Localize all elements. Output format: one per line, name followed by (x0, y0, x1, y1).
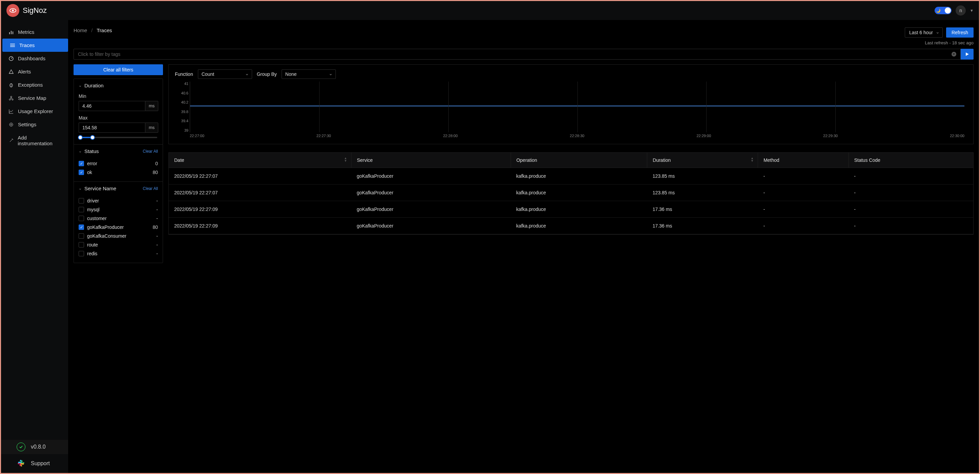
sidebar-item-label: Settings (18, 122, 36, 127)
section-title: Status (84, 148, 99, 154)
table-cell: goKafkaProducer (352, 218, 511, 234)
filter-checkbox-row[interactable]: ✓ok80 (79, 168, 158, 177)
sidebar: Metrics Traces Dashboards Alerts (1, 20, 68, 473)
checkbox-count: - (156, 242, 158, 247)
section-toggle-service[interactable]: ⌄ Service Name (79, 185, 116, 191)
sidebar-item-exceptions[interactable]: Exceptions (1, 78, 68, 91)
sidebar-item-support[interactable]: Support (1, 454, 68, 473)
svg-point-11 (9, 99, 11, 100)
x-tick: 22:29:30 (823, 134, 838, 139)
checkbox[interactable]: ✓ (79, 161, 84, 166)
checkbox[interactable]: ✓ (79, 225, 84, 230)
duration-min-input[interactable] (79, 101, 145, 111)
groupby-select[interactable]: None (282, 70, 336, 79)
sidebar-item-dashboards[interactable]: Dashboards (1, 52, 68, 65)
table-cell: goKafkaProducer (352, 168, 511, 184)
filter-checkbox-row[interactable]: redis- (79, 249, 158, 258)
checkbox[interactable] (79, 207, 84, 212)
clear-input-icon[interactable]: ✕ (951, 52, 956, 57)
gear-icon (8, 122, 14, 127)
clear-all-filters-button[interactable]: Clear all filters (73, 64, 163, 75)
sidebar-item-label: Exceptions (18, 82, 43, 88)
filter-checkbox-row[interactable]: ✓error0 (79, 159, 158, 168)
bug-icon (8, 82, 14, 87)
run-filter-button[interactable] (961, 49, 974, 60)
table-row[interactable]: 2022/05/19 22:27:09goKafkaProducerkafka.… (169, 218, 973, 234)
filter-section-service: ⌄ Service Name Clear All driver-mysql-cu… (74, 181, 163, 263)
sidebar-item-service-map[interactable]: Service Map (1, 91, 68, 105)
svg-point-15 (11, 124, 12, 125)
table-header[interactable]: Duration▲▼ (647, 153, 758, 168)
last-refresh-label: Last refresh - 18 sec ago (905, 40, 974, 45)
table-header[interactable]: Status Code (848, 153, 973, 168)
filter-checkbox-row[interactable]: customer- (79, 214, 158, 223)
duration-max-input[interactable] (79, 122, 145, 133)
table-header[interactable]: Service (352, 153, 511, 168)
table-row[interactable]: 2022/05/19 22:27:07goKafkaProducerkafka.… (169, 184, 973, 201)
table-row[interactable]: 2022/05/19 22:27:07goKafkaProducerkafka.… (169, 168, 973, 184)
filter-checkbox-row[interactable]: goKafkaConsumer- (79, 231, 158, 240)
table-cell: goKafkaProducer (352, 184, 511, 201)
section-toggle-status[interactable]: ⌄ Status (79, 148, 99, 154)
user-avatar[interactable]: n (956, 5, 966, 16)
checkbox[interactable] (79, 242, 84, 247)
table-cell: kafka.produce (511, 184, 647, 201)
svg-rect-6 (10, 45, 15, 46)
table-cell: goKafkaProducer (352, 201, 511, 218)
duration-slider[interactable] (79, 137, 157, 138)
filter-checkbox-row[interactable]: mysql- (79, 205, 158, 214)
unit-suffix: ms (145, 101, 158, 111)
breadcrumb: Home / Traces (73, 27, 112, 33)
checkbox[interactable]: ✓ (79, 170, 84, 175)
table-cell: - (848, 168, 973, 184)
checkbox[interactable] (79, 216, 84, 221)
sidebar-item-alerts[interactable]: Alerts (1, 65, 68, 78)
clear-status-link[interactable]: Clear All (143, 149, 158, 154)
checkbox[interactable] (79, 198, 84, 203)
section-toggle-duration[interactable]: ⌄ Duration (74, 79, 163, 92)
sidebar-item-traces[interactable]: Traces (2, 39, 68, 52)
svg-rect-3 (11, 31, 11, 34)
table-cell: 17.36 ms (647, 218, 758, 234)
svg-rect-18 (21, 460, 22, 463)
sort-icon[interactable]: ▲▼ (751, 157, 754, 162)
sidebar-item-label: Usage Explorer (18, 108, 53, 114)
sidebar-item-usage-explorer[interactable]: Usage Explorer (1, 105, 68, 118)
slider-handle-max[interactable] (90, 135, 95, 140)
sidebar-item-add-instrumentation[interactable]: Add instrumentation (1, 131, 68, 150)
tag-filter-input[interactable]: Click to filter by tags ✕ (73, 49, 961, 60)
table-header[interactable]: Operation (511, 153, 647, 168)
filter-checkbox-row[interactable]: driver- (79, 197, 158, 205)
sort-icon[interactable]: ▲▼ (344, 157, 347, 162)
time-range-select[interactable]: Last 6 hour (905, 27, 943, 38)
sidebar-item-settings[interactable]: Settings (1, 118, 68, 131)
version-indicator[interactable]: v0.8.0 (1, 440, 68, 454)
svg-rect-19 (21, 463, 24, 464)
x-tick: 22:28:30 (570, 134, 585, 139)
sidebar-item-metrics[interactable]: Metrics (1, 25, 68, 39)
checkbox-count: - (156, 251, 158, 256)
breadcrumb-home[interactable]: Home (73, 27, 87, 33)
table-cell: kafka.produce (511, 218, 647, 234)
filter-checkbox-row[interactable]: ✓goKafkaProducer80 (79, 223, 158, 231)
theme-toggle[interactable]: 🌙 (935, 7, 951, 14)
table-header[interactable]: Date▲▼ (169, 153, 352, 168)
user-menu-caret-icon[interactable]: ▼ (970, 8, 974, 13)
sidebar-item-label: Alerts (18, 69, 31, 75)
y-tick: 39.4 (175, 119, 188, 123)
table-row[interactable]: 2022/05/19 22:27:09goKafkaProducerkafka.… (169, 201, 973, 218)
slider-handle-min[interactable] (78, 135, 83, 140)
checkbox[interactable] (79, 251, 84, 256)
checkbox[interactable] (79, 233, 84, 239)
clear-service-link[interactable]: Clear All (143, 186, 158, 191)
table-cell: - (758, 218, 849, 234)
chevron-down-icon: ⌄ (79, 149, 82, 153)
filter-checkbox-row[interactable]: route- (79, 240, 158, 249)
checkbox-label: goKafkaConsumer (87, 233, 126, 239)
function-select[interactable]: Count (198, 70, 252, 79)
table-cell: - (848, 201, 973, 218)
table-header[interactable]: Method (758, 153, 849, 168)
refresh-button[interactable]: Refresh (946, 27, 974, 38)
section-title: Duration (84, 82, 104, 88)
x-tick: 22:30:00 (950, 134, 964, 139)
